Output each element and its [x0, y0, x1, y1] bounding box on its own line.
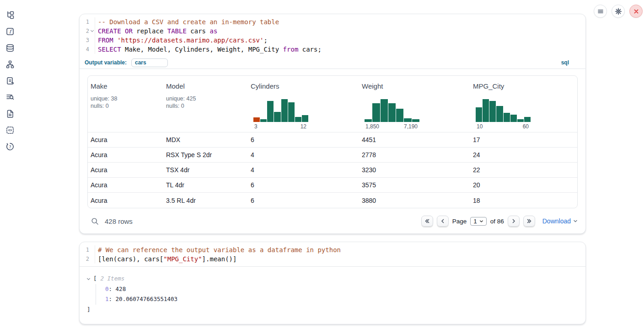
line-number: 2	[80, 254, 89, 264]
code-line: 2[len(cars), cars["MPG_City"].mean()]	[80, 254, 585, 264]
tree-open-bracket: [	[93, 274, 97, 284]
table-cell: 6	[248, 136, 359, 143]
column-name: MPG_City	[473, 82, 574, 90]
column-header-Model[interactable]: Modelunique: 425nulls: 0	[163, 76, 248, 132]
language-tag[interactable]: sql	[561, 59, 569, 66]
tree-root: [2 Items	[87, 274, 578, 284]
table-cell: TL 4dr	[163, 181, 248, 189]
histogram-Cylinders: 312	[253, 98, 308, 130]
svg-text:?: ?	[9, 144, 11, 149]
tree-entry: 1: 20.060747663551403	[105, 294, 578, 305]
sql-code-editor[interactable]: 1-- Download a CSV and create an in-memo…	[80, 14, 585, 57]
download-button[interactable]: Download	[542, 217, 578, 225]
histogram-bar	[365, 119, 372, 122]
histogram-bar	[388, 103, 396, 122]
next-page-button[interactable]	[508, 216, 520, 227]
snippets-code-icon[interactable]	[5, 125, 16, 136]
download-label: Download	[542, 217, 571, 225]
column-name: Make	[91, 82, 161, 90]
column-header-Make[interactable]: Makeunique: 38nulls: 0	[88, 76, 163, 132]
code-text: FROM 'https://datasets.marimo.app/cars.c…	[95, 36, 268, 45]
table-cell: 3.5 RL 4dr	[163, 197, 248, 204]
table-cell: TSX 4dr	[163, 166, 248, 174]
histogram-bar	[288, 102, 295, 122]
svg-text:f: f	[9, 29, 12, 35]
fold-gutter	[89, 245, 95, 254]
page-select-value: 1	[473, 218, 477, 225]
code-line: 4SELECT Make, Model, Cylinders, Weight, …	[80, 45, 585, 54]
pagination: Page 1 of 86 Download	[421, 216, 578, 227]
histogram-bar	[476, 107, 482, 122]
histogram-bar	[281, 99, 288, 122]
histogram-bar	[372, 103, 380, 122]
table-cell: 17	[470, 136, 577, 143]
table-cell: 3880	[359, 197, 470, 204]
chevrons-right-icon	[526, 218, 532, 224]
row-count-label: 428 rows	[105, 217, 133, 225]
chevrons-left-icon	[424, 218, 430, 224]
output-variable-input[interactable]	[131, 58, 168, 67]
python-code-editor[interactable]: 1# We can reference the output variable …	[80, 242, 585, 267]
histogram-bar	[489, 101, 496, 122]
page-select[interactable]: 1	[470, 217, 487, 226]
table-cell: 20	[470, 181, 577, 189]
code-line: 3FROM 'https://datasets.marimo.app/cars.…	[80, 36, 585, 45]
last-page-button[interactable]	[523, 216, 535, 227]
tree-items-count: 2 Items	[101, 274, 125, 284]
histogram-min-label: 10	[477, 123, 483, 130]
histogram-bar	[510, 115, 517, 122]
file-explorer-tree-icon[interactable]	[5, 10, 16, 21]
histogram-bar	[267, 101, 274, 122]
documentation-file-icon[interactable]	[5, 108, 16, 119]
table-row[interactable]: AcuraTL 4dr6357520	[88, 178, 577, 193]
histogram-max-label: 7,190	[404, 123, 418, 130]
histogram-max-label: 60	[523, 123, 529, 130]
code-line: 1# We can reference the output variable …	[80, 245, 585, 254]
first-page-button[interactable]	[421, 216, 433, 227]
table-row[interactable]: AcuraMDX6445117	[88, 132, 577, 148]
data-table: Makeunique: 38nulls: 0Modelunique: 425nu…	[87, 75, 578, 208]
histogram-MPG_City: 1060	[476, 98, 531, 130]
fold-toggle[interactable]	[89, 26, 95, 36]
tree-entry: 0: 428	[105, 284, 578, 295]
shutdown-button[interactable]	[629, 5, 643, 18]
histogram-bar	[483, 99, 489, 122]
column-header-MPG_City[interactable]: MPG_City1060	[470, 76, 577, 132]
scratchpad-scroll-icon[interactable]	[5, 75, 16, 86]
table-cell: 4	[248, 166, 359, 174]
histogram-bar	[404, 118, 411, 122]
logs-search-icon[interactable]	[5, 92, 16, 103]
table-body: AcuraMDX6445117AcuraRSX Type S 2dr427782…	[88, 132, 577, 208]
histogram-bar	[381, 99, 388, 122]
python-cell: 1# We can reference the output variable …	[79, 242, 586, 324]
table-row[interactable]: Acura3.5 RL 4dr6388018	[88, 193, 577, 208]
fold-gutter	[89, 254, 95, 264]
database-icon[interactable]	[5, 42, 16, 53]
table-row[interactable]: AcuraRSX Type S 2dr4277824	[88, 148, 577, 163]
dependency-graph-icon[interactable]	[5, 59, 16, 70]
prev-page-button[interactable]	[437, 216, 449, 227]
sql-cell: 1-- Download a CSV and create an in-memo…	[79, 14, 586, 234]
collapse-caret-icon[interactable]	[87, 277, 90, 280]
fold-gutter	[89, 45, 95, 54]
table-row[interactable]: AcuraTSX 4dr4323022	[88, 163, 577, 178]
table-search-button[interactable]	[91, 217, 99, 225]
table-footer: 428 rows Page 1 of 86 Download	[87, 214, 578, 228]
column-header-Cylinders[interactable]: Cylinders312	[248, 76, 359, 132]
histogram-bar	[496, 106, 503, 122]
menu-button[interactable]	[594, 5, 607, 18]
help-chat-icon[interactable]: ?	[5, 141, 16, 152]
page-of-label: of 86	[490, 218, 504, 225]
fold-caret-icon	[90, 29, 93, 32]
hamburger-icon	[597, 8, 604, 15]
functions-icon[interactable]: f	[5, 26, 16, 37]
table-cell: Acura	[88, 136, 163, 143]
column-header-Weight[interactable]: Weight1,8507,190	[359, 76, 470, 132]
output-variable-bar: Output variable: sql	[80, 57, 585, 69]
table-cell: 3575	[359, 181, 470, 189]
code-line: 2CREATE OR replace TABLE cars as	[80, 26, 585, 36]
settings-button[interactable]	[612, 5, 625, 18]
chevron-left-icon	[440, 218, 445, 224]
output-variable-label: Output variable:	[85, 59, 127, 66]
tree-items: 0: 4281: 20.060747663551403	[96, 284, 578, 305]
